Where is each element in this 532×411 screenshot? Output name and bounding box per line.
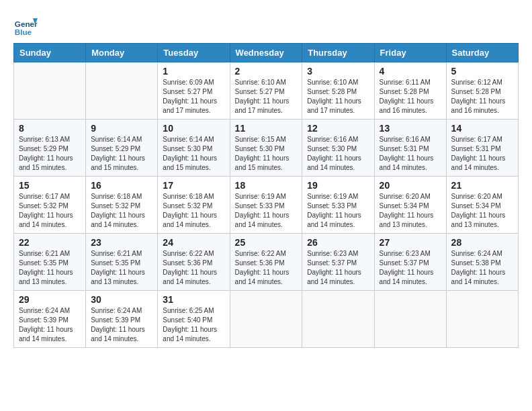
- calendar-week-row: 22Sunrise: 6:21 AMSunset: 5:35 PMDayligh…: [14, 234, 519, 291]
- calendar-cell: 2Sunrise: 6:10 AMSunset: 5:27 PMDaylight…: [230, 62, 302, 120]
- day-info: Sunrise: 6:21 AMSunset: 5:35 PMDaylight:…: [19, 249, 81, 287]
- day-info: Sunrise: 6:20 AMSunset: 5:34 PMDaylight:…: [380, 192, 441, 230]
- weekday-header-tuesday: Tuesday: [158, 44, 230, 62]
- weekday-header-saturday: Saturday: [446, 44, 518, 62]
- calendar-cell: 11Sunrise: 6:15 AMSunset: 5:30 PMDayligh…: [230, 120, 302, 177]
- day-number: 3: [307, 66, 369, 77]
- day-number: 26: [307, 237, 369, 248]
- day-number: 20: [380, 180, 441, 191]
- calendar-table: SundayMondayTuesdayWednesdayThursdayFrid…: [13, 43, 519, 348]
- day-info: Sunrise: 6:25 AMSunset: 5:40 PMDaylight:…: [163, 306, 224, 344]
- calendar-body: 1Sunrise: 6:09 AMSunset: 5:27 PMDaylight…: [14, 62, 519, 348]
- calendar-cell: 23Sunrise: 6:21 AMSunset: 5:35 PMDayligh…: [86, 234, 158, 291]
- day-number: 28: [451, 237, 513, 248]
- calendar-cell: [86, 62, 158, 120]
- calendar-week-row: 15Sunrise: 6:17 AMSunset: 5:32 PMDayligh…: [14, 177, 519, 234]
- day-info: Sunrise: 6:16 AMSunset: 5:30 PMDaylight:…: [307, 135, 369, 173]
- day-number: 24: [163, 237, 224, 248]
- calendar-cell: 17Sunrise: 6:18 AMSunset: 5:32 PMDayligh…: [158, 177, 230, 234]
- calendar-cell: 19Sunrise: 6:19 AMSunset: 5:33 PMDayligh…: [302, 177, 374, 234]
- weekday-header-monday: Monday: [86, 44, 158, 62]
- day-info: Sunrise: 6:13 AMSunset: 5:29 PMDaylight:…: [19, 135, 81, 173]
- day-number: 4: [380, 66, 441, 77]
- calendar-cell: 4Sunrise: 6:11 AMSunset: 5:28 PMDaylight…: [374, 62, 446, 120]
- day-info: Sunrise: 6:23 AMSunset: 5:37 PMDaylight:…: [307, 249, 369, 287]
- day-info: Sunrise: 6:24 AMSunset: 5:38 PMDaylight:…: [451, 249, 513, 287]
- day-number: 12: [307, 123, 369, 134]
- day-number: 22: [19, 237, 81, 248]
- calendar-cell: 30Sunrise: 6:24 AMSunset: 5:39 PMDayligh…: [86, 291, 158, 348]
- calendar-cell: 29Sunrise: 6:24 AMSunset: 5:39 PMDayligh…: [14, 291, 86, 348]
- calendar-cell: [14, 62, 86, 120]
- calendar-cell: [230, 291, 302, 348]
- day-info: Sunrise: 6:23 AMSunset: 5:37 PMDaylight:…: [380, 249, 441, 287]
- day-number: 15: [19, 180, 81, 191]
- day-number: 11: [235, 123, 298, 134]
- calendar-week-row: 29Sunrise: 6:24 AMSunset: 5:39 PMDayligh…: [14, 291, 519, 348]
- day-info: Sunrise: 6:24 AMSunset: 5:39 PMDaylight:…: [91, 306, 152, 344]
- weekday-header-sunday: Sunday: [14, 44, 86, 62]
- day-info: Sunrise: 6:16 AMSunset: 5:31 PMDaylight:…: [380, 135, 441, 173]
- day-info: Sunrise: 6:11 AMSunset: 5:28 PMDaylight:…: [380, 78, 441, 116]
- day-info: Sunrise: 6:18 AMSunset: 5:32 PMDaylight:…: [163, 192, 224, 230]
- day-number: 29: [19, 294, 81, 305]
- day-info: Sunrise: 6:14 AMSunset: 5:30 PMDaylight:…: [163, 135, 224, 173]
- logo-icon: General Blue: [13, 13, 38, 38]
- day-info: Sunrise: 6:22 AMSunset: 5:36 PMDaylight:…: [163, 249, 224, 287]
- day-number: 21: [451, 180, 513, 191]
- calendar-cell: 22Sunrise: 6:21 AMSunset: 5:35 PMDayligh…: [14, 234, 86, 291]
- calendar-cell: [302, 291, 374, 348]
- calendar-cell: 5Sunrise: 6:12 AMSunset: 5:28 PMDaylight…: [446, 62, 518, 120]
- weekday-header-thursday: Thursday: [302, 44, 374, 62]
- day-number: 14: [451, 123, 513, 134]
- calendar-week-row: 8Sunrise: 6:13 AMSunset: 5:29 PMDaylight…: [14, 120, 519, 177]
- logo: General Blue: [13, 13, 40, 38]
- day-info: Sunrise: 6:20 AMSunset: 5:34 PMDaylight:…: [451, 192, 513, 230]
- day-number: 9: [91, 123, 152, 134]
- page-header: General Blue: [13, 13, 519, 38]
- day-number: 5: [451, 66, 513, 77]
- day-info: Sunrise: 6:10 AMSunset: 5:28 PMDaylight:…: [307, 78, 369, 116]
- day-number: 30: [91, 294, 152, 305]
- day-info: Sunrise: 6:15 AMSunset: 5:30 PMDaylight:…: [235, 135, 298, 173]
- day-number: 31: [163, 294, 224, 305]
- weekday-header-wednesday: Wednesday: [230, 44, 302, 62]
- day-info: Sunrise: 6:22 AMSunset: 5:36 PMDaylight:…: [235, 249, 298, 287]
- day-info: Sunrise: 6:17 AMSunset: 5:31 PMDaylight:…: [451, 135, 513, 173]
- calendar-cell: 13Sunrise: 6:16 AMSunset: 5:31 PMDayligh…: [374, 120, 446, 177]
- day-number: 13: [380, 123, 441, 134]
- day-number: 17: [163, 180, 224, 191]
- day-info: Sunrise: 6:12 AMSunset: 5:28 PMDaylight:…: [451, 78, 513, 116]
- day-info: Sunrise: 6:10 AMSunset: 5:27 PMDaylight:…: [235, 78, 298, 116]
- svg-text:Blue: Blue: [15, 28, 32, 36]
- calendar-cell: 24Sunrise: 6:22 AMSunset: 5:36 PMDayligh…: [158, 234, 230, 291]
- weekday-header-friday: Friday: [374, 44, 446, 62]
- calendar-cell: [446, 291, 518, 348]
- calendar-header-row: SundayMondayTuesdayWednesdayThursdayFrid…: [14, 44, 519, 62]
- calendar-cell: 16Sunrise: 6:18 AMSunset: 5:32 PMDayligh…: [86, 177, 158, 234]
- calendar-cell: 18Sunrise: 6:19 AMSunset: 5:33 PMDayligh…: [230, 177, 302, 234]
- day-number: 18: [235, 180, 298, 191]
- day-info: Sunrise: 6:14 AMSunset: 5:29 PMDaylight:…: [91, 135, 152, 173]
- calendar-cell: 1Sunrise: 6:09 AMSunset: 5:27 PMDaylight…: [158, 62, 230, 120]
- calendar-cell: 28Sunrise: 6:24 AMSunset: 5:38 PMDayligh…: [446, 234, 518, 291]
- calendar-cell: 20Sunrise: 6:20 AMSunset: 5:34 PMDayligh…: [374, 177, 446, 234]
- day-info: Sunrise: 6:24 AMSunset: 5:39 PMDaylight:…: [19, 306, 81, 344]
- calendar-cell: 14Sunrise: 6:17 AMSunset: 5:31 PMDayligh…: [446, 120, 518, 177]
- day-info: Sunrise: 6:09 AMSunset: 5:27 PMDaylight:…: [163, 78, 224, 116]
- calendar-cell: 15Sunrise: 6:17 AMSunset: 5:32 PMDayligh…: [14, 177, 86, 234]
- calendar-cell: 26Sunrise: 6:23 AMSunset: 5:37 PMDayligh…: [302, 234, 374, 291]
- day-info: Sunrise: 6:19 AMSunset: 5:33 PMDaylight:…: [235, 192, 298, 230]
- calendar-cell: 31Sunrise: 6:25 AMSunset: 5:40 PMDayligh…: [158, 291, 230, 348]
- day-number: 19: [307, 180, 369, 191]
- calendar-cell: 27Sunrise: 6:23 AMSunset: 5:37 PMDayligh…: [374, 234, 446, 291]
- day-info: Sunrise: 6:18 AMSunset: 5:32 PMDaylight:…: [91, 192, 152, 230]
- day-number: 8: [19, 123, 81, 134]
- day-number: 16: [91, 180, 152, 191]
- day-info: Sunrise: 6:19 AMSunset: 5:33 PMDaylight:…: [307, 192, 369, 230]
- calendar-cell: 25Sunrise: 6:22 AMSunset: 5:36 PMDayligh…: [230, 234, 302, 291]
- calendar-cell: [374, 291, 446, 348]
- day-info: Sunrise: 6:17 AMSunset: 5:32 PMDaylight:…: [19, 192, 81, 230]
- day-number: 10: [163, 123, 224, 134]
- calendar-cell: 21Sunrise: 6:20 AMSunset: 5:34 PMDayligh…: [446, 177, 518, 234]
